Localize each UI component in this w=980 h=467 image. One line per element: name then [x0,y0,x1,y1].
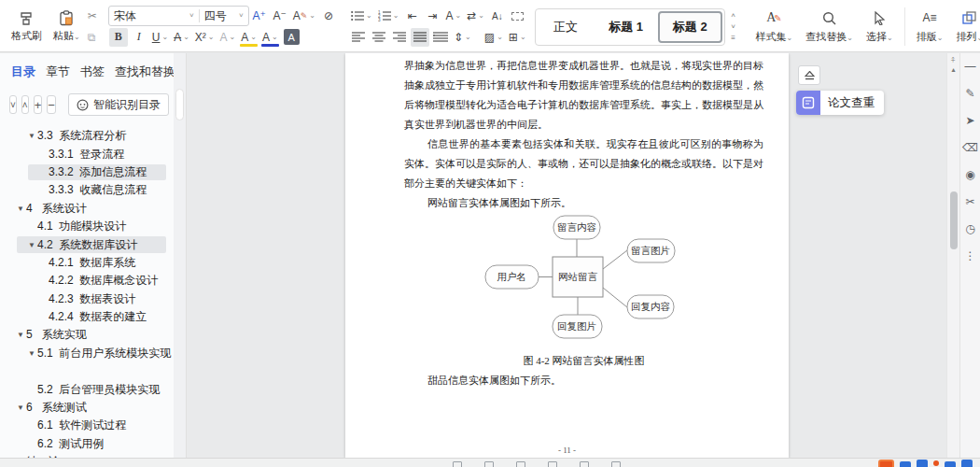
outline-item[interactable]: ▼6 系统测试 [0,399,174,417]
tree-expand-icon[interactable]: ▼ [26,241,37,249]
scroll-up-icon[interactable]: ▴ [947,65,959,75]
select-tool-button[interactable]: 选择⌄ [860,4,900,50]
align-justify-button[interactable] [411,28,429,47]
mark-button[interactable] [509,7,527,25]
ai-assistant-icon[interactable]: ◉ [965,169,974,180]
outline-item[interactable]: ▼4 系统设计 [0,200,174,218]
superscript-button[interactable]: X²⌄ [193,28,217,47]
sidebar-scrollbar[interactable] [174,53,186,458]
gallery-more-button[interactable]: ≡ [727,33,740,43]
zoom-control-icon[interactable] [580,461,589,467]
document-page[interactable]: 界抽象为信息世界，再把信息世界变成机器世界。也就是说，将现实世界的目标抽象成独立… [345,53,789,458]
gallery-down-button[interactable]: ˅ [727,21,740,32]
number-list-button[interactable]: 123 ⌄ [376,7,401,25]
outline-item[interactable]: ▼4.2.4 数据表的建立 [0,308,174,326]
clear-format-button[interactable]: ⊘ [319,7,338,25]
align-center-button[interactable] [370,28,388,47]
typeset-button[interactable]: A≡ 排版⌄ [910,4,950,50]
char-effect-button[interactable]: A⌄ [218,28,238,47]
line-spacing-button[interactable]: ⇕⌄ [452,28,473,47]
page-layout-icon[interactable] [484,461,494,467]
pointer-icon[interactable]: ➤ [965,115,974,126]
tab-chapter[interactable]: 章节 [46,64,70,80]
arrange-button[interactable]: 排列⌄ [949,4,980,50]
outline-item[interactable]: ▼4.2 系统数据库设计 [0,235,174,253]
style-heading1[interactable]: 标题 1 [595,9,656,45]
find-replace-button[interactable]: 查找替换⌄ [799,4,860,50]
outline-view-icon[interactable] [516,461,525,467]
style-heading2-selected[interactable]: 标题 2 [658,11,722,43]
outline-item[interactable]: ▼3.3.1 登录流程 [0,145,174,163]
fit-page-icon[interactable] [611,461,621,467]
collapse-dock-icon[interactable]: — [965,61,976,72]
grow-font-button[interactable]: A⁺ [250,7,269,25]
text-tool-button[interactable]: A✎⌄ [291,7,317,25]
eraser-icon[interactable]: ⌫ [962,142,978,153]
document-scrollbar[interactable]: ⍏ ▴ [946,53,959,467]
scroll-thumb[interactable] [950,191,958,249]
expand-all-button[interactable]: ˄ [21,95,29,114]
outline-item[interactable]: ▼3.3.3 收藏信息流程 [0,181,174,199]
shading-button[interactable]: ▨⌄ [483,28,505,47]
strikethrough-button[interactable]: A⌄ [172,28,191,47]
outline-item[interactable]: ▼4.2.1 数据库系统 [0,254,174,272]
history-clock-icon[interactable]: ◷ [965,223,974,234]
outline-item[interactable]: ▼5 系统实现 [0,326,174,344]
format-painter-button[interactable]: 格式刷 [6,4,48,50]
borders-button[interactable]: ⊞⌄ [507,28,528,47]
doc-paragraph[interactable]: 界抽象为信息世界，再把信息世界变成机器世界。也就是说，将现实世界的目标抽象成独立… [404,56,763,134]
outline-item[interactable]: ▼3.3 系统流程分析 [0,127,174,145]
entity-attribute-diagram[interactable]: 留言内容 用户名 留言图片 回复内容 回复图片 网站留言 [345,213,789,349]
char-shading-button[interactable]: A [282,28,301,47]
doc-paragraph[interactable]: 网站留言实体体属图如下所示。 [404,193,763,213]
outline-item[interactable]: ▼6.1 软件测试过程 [0,417,174,434]
align-right-button[interactable] [390,28,409,47]
outline-item[interactable]: ▼4.2.2 数据库概念设计 [0,272,174,290]
annotate-pen-icon[interactable]: ✎ [965,88,974,99]
convert-button[interactable]: ⇄⌄ [465,7,486,25]
collapse-all-button[interactable]: ˅ [9,95,17,114]
paper-check-button[interactable]: 论文查重 [796,91,884,115]
gallery-up-button[interactable]: ˄ [727,10,740,21]
align-left-button[interactable] [349,28,368,47]
outline-item[interactable]: ▼4.2.3 数据表设计 [0,290,174,308]
distribute-button[interactable] [431,28,450,47]
highlight-color-button[interactable]: A⌄ [239,28,259,47]
outline-item[interactable]: ▼3.3.2 添加信息流程 [0,163,174,181]
paste-button[interactable]: 粘贴⌄ [48,4,86,50]
smart-catalog-button[interactable]: 智能识别目录 [68,93,169,116]
style-set-button[interactable]: A✎ 样式集⌄ [749,4,800,50]
doc-paragraph[interactable]: 信息世界的基本要素包括实体和关联。现实存在且彼此可区别的事物称为实体。实体可以是… [404,134,763,193]
tree-expand-icon[interactable]: ▼ [15,403,26,412]
cut-icon[interactable]: ✂ [88,9,97,22]
scroll-to-top-icon[interactable]: ⍏ [947,56,959,65]
outline-item[interactable]: ▼4.1 功能模块设计 [0,218,174,235]
font-size-select[interactable]: 四号˅ [200,7,248,25]
figure-caption[interactable]: 图 4-2 网站留言实体属性图 [404,351,763,371]
italic-button[interactable]: I [130,28,148,47]
collapse-level-button[interactable]: − [47,95,56,114]
tab-bookmark[interactable]: 书签 [80,64,105,80]
copy-icon[interactable]: ⧉ [88,31,97,44]
scroll-top-icons[interactable]: ⍏ ▴ [947,56,959,75]
text-direction-button[interactable]: A⌄ [443,7,463,25]
expand-level-button[interactable]: + [34,95,43,114]
increase-indent-button[interactable]: ⇥ [423,7,441,25]
tree-expand-icon[interactable]: ▼ [26,349,37,358]
more-vertical-icon[interactable]: ⋮ [965,250,976,262]
outline-item[interactable]: ▼5.2 后台管理员模块实现 [0,380,174,398]
style-normal[interactable]: 正文 [536,9,596,45]
font-name-select[interactable]: 宋体˅ [109,7,199,25]
underline-button[interactable]: U⌄ [150,28,170,47]
decrease-indent-button[interactable]: ⇤ [402,7,421,25]
bullet-list-button[interactable]: ⌄ [349,7,374,25]
tab-find-replace[interactable]: 查找和替换 [115,64,174,80]
outline-item[interactable]: ▼5.1 前台用户系统模块实现 [0,345,174,362]
web-view-icon[interactable] [548,461,557,467]
font-color-button[interactable]: A⌄ [260,28,280,47]
view-mode-icon[interactable] [453,461,462,467]
collapse-panel-button[interactable] [798,65,820,85]
tree-expand-icon[interactable]: ▼ [15,205,26,213]
sidebar-scroll-thumb[interactable] [175,89,184,120]
outline-item[interactable]: ▼6.2 测试用例 [0,435,174,453]
